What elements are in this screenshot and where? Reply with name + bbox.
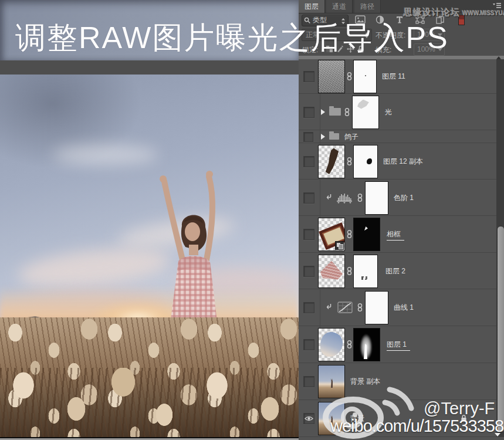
layer-mask-thumbnail[interactable] <box>353 145 378 178</box>
smart-object-badge-icon <box>335 241 344 250</box>
scroll-down-arrow[interactable] <box>495 433 500 436</box>
link-icon <box>346 340 353 349</box>
layer-thumbnail[interactable] <box>318 402 345 435</box>
curves-adjustment-icon[interactable] <box>337 302 353 313</box>
layer-name: 鸽子 <box>344 132 358 142</box>
layer-thumbnail[interactable] <box>318 255 345 288</box>
layer-row[interactable]: 图层 12 副本 <box>299 143 504 180</box>
adjustment-layer-row[interactable]: 曲线 1 <box>299 289 504 326</box>
tab-layers[interactable]: 图层 <box>299 0 325 13</box>
group-mask-thumbnail[interactable] <box>352 96 379 129</box>
link-icon <box>346 72 353 81</box>
layer-name: 图层 11 <box>382 72 405 82</box>
layer-thumbnail[interactable] <box>318 218 345 251</box>
workspace-gap <box>0 60 299 75</box>
screenshot-root: 调整RAW图片曝光之后导入PS <box>0 0 504 440</box>
layer-name: 相框 <box>387 229 404 241</box>
layer-thumbnail[interactable] <box>318 145 345 178</box>
link-icon <box>346 266 353 276</box>
clipping-mask-arrow-icon <box>326 303 332 311</box>
link-icon <box>346 229 353 239</box>
layer-name: 曲线 1 <box>394 303 414 313</box>
layer-thumbnail[interactable] <box>318 365 345 398</box>
forum-watermark-url: WWW.MISSYUAN.COM <box>462 10 504 16</box>
visibility-toggle[interactable] <box>303 302 314 313</box>
tab-channels[interactable]: 通道 <box>326 0 353 13</box>
background-layer-row[interactable]: 背景 <box>299 400 504 437</box>
link-icon <box>357 193 363 202</box>
clipping-mask-arrow-icon <box>326 194 332 201</box>
adjustment-mask-thumbnail[interactable] <box>365 181 388 215</box>
visibility-toggle[interactable] <box>303 339 314 350</box>
layer-row[interactable]: 图层 2 <box>299 253 504 289</box>
eye-icon <box>305 415 313 422</box>
layer-row[interactable]: 图层 11 <box>299 59 504 94</box>
visibility-toggle[interactable] <box>303 107 314 118</box>
visibility-toggle[interactable] <box>303 132 313 142</box>
group-row[interactable]: 光 <box>299 94 504 130</box>
link-icon <box>357 303 363 312</box>
visibility-toggle[interactable] <box>303 192 314 204</box>
sky-thumbnail-shape <box>320 332 343 357</box>
photo-canvas <box>0 75 299 438</box>
layer-row[interactable]: 背景 副本 <box>299 363 504 400</box>
layer-name: 背景 副本 <box>350 377 380 387</box>
visibility-toggle[interactable] <box>303 229 314 240</box>
layer-name: 图层 12 副本 <box>383 157 423 167</box>
link-icon <box>346 157 353 166</box>
background-lock-icon <box>461 414 467 422</box>
layer-name: 图层 1 <box>387 340 410 351</box>
group-collapse-arrow-icon[interactable] <box>321 134 325 140</box>
layers-panel: 图层 通道 路径 类型 <box>299 0 504 440</box>
group-collapse-arrow-icon[interactable] <box>321 109 325 115</box>
forum-watermark-name: 思缘设计论坛 <box>404 7 460 17</box>
layer-name: 图层 2 <box>385 266 405 276</box>
link-icon <box>344 107 350 117</box>
layer-name: 背景 <box>350 414 364 424</box>
adjustment-layer-row[interactable]: 色阶 1 <box>299 180 504 216</box>
smart-object-row[interactable]: 相框 <box>299 216 504 253</box>
forum-watermark: 思缘设计论坛WWW.MISSYUAN.COM <box>404 7 504 18</box>
visibility-toggle[interactable] <box>303 376 314 387</box>
layer-row[interactable]: 图层 1 <box>299 326 504 363</box>
scrollbar-thumb[interactable] <box>497 226 504 432</box>
adjustment-mask-thumbnail[interactable] <box>365 291 388 324</box>
levels-adjustment-icon[interactable] <box>336 192 353 204</box>
layer-name: 色阶 1 <box>394 193 414 203</box>
visibility-toggle[interactable] <box>303 71 314 82</box>
group-row[interactable]: 鸽子 <box>299 130 504 143</box>
layer-mask-thumbnail[interactable] <box>353 255 378 288</box>
visibility-toggle[interactable] <box>303 156 314 167</box>
folder-icon <box>329 133 339 140</box>
grass-field-foreground <box>0 368 299 438</box>
layer-name: 光 <box>385 107 392 117</box>
visibility-toggle[interactable] <box>303 413 314 424</box>
layer-mask-thumbnail[interactable] <box>353 328 380 361</box>
fabric-thumbnail-shape <box>320 261 343 280</box>
visibility-toggle[interactable] <box>303 266 314 277</box>
folder-icon <box>329 108 341 116</box>
layer-thumbnail[interactable] <box>318 60 345 93</box>
cloud <box>53 145 158 165</box>
layer-thumbnail[interactable] <box>318 328 345 361</box>
bird-thumbnail-shape <box>322 148 341 175</box>
page-title: 调整RAW图片曝光之后导入PS <box>15 18 379 59</box>
layer-mask-thumbnail[interactable] <box>353 218 380 251</box>
layer-mask-thumbnail[interactable] <box>353 60 377 93</box>
tab-paths[interactable]: 路径 <box>354 0 381 13</box>
